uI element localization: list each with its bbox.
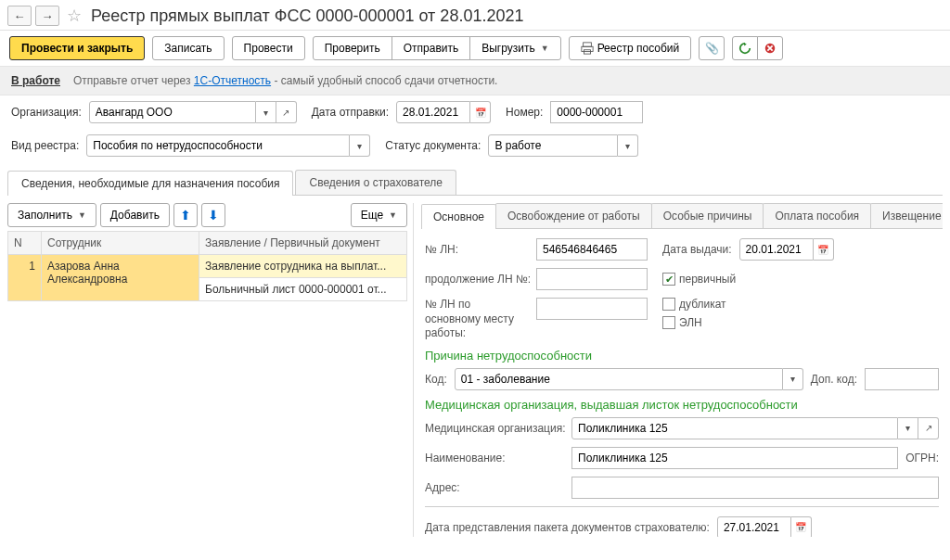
cont-ln-field[interactable] bbox=[536, 268, 648, 290]
main-place-label: № ЛН по основному месту работы: bbox=[425, 298, 529, 341]
col-document: Заявление / Первичный документ bbox=[199, 232, 407, 255]
move-down-button[interactable]: ⬇ bbox=[201, 203, 225, 227]
subtab-special[interactable]: Особые причины bbox=[651, 203, 764, 228]
med-org-header: Медицинская организация, выдавшая листок… bbox=[425, 398, 939, 412]
send-date-field[interactable] bbox=[396, 101, 470, 123]
doc-status-label: Статус документа: bbox=[385, 139, 481, 152]
add-code-label: Доп. код: bbox=[811, 373, 857, 386]
col-employee: Сотрудник bbox=[42, 232, 199, 255]
status-text: Отправьте отчет через 1С-Отчетность - са… bbox=[73, 74, 497, 87]
doc-status-field[interactable] bbox=[488, 134, 618, 157]
med-org-open-icon[interactable]: ↗ bbox=[918, 417, 939, 439]
issue-date-label: Дата выдачи: bbox=[662, 243, 732, 256]
tab-insurer-info[interactable]: Сведения о страхователе bbox=[295, 170, 456, 195]
pack-date-field[interactable] bbox=[717, 516, 791, 537]
send-date-label: Дата отправки: bbox=[312, 106, 389, 119]
addr-field[interactable] bbox=[571, 477, 939, 499]
code-select-icon[interactable]: ▾ bbox=[783, 368, 803, 390]
cancel-button[interactable] bbox=[757, 36, 783, 60]
write-button[interactable]: Записать bbox=[152, 36, 224, 60]
issue-date-field[interactable] bbox=[739, 238, 814, 261]
main-place-field[interactable] bbox=[536, 298, 648, 320]
addr-label: Адрес: bbox=[425, 481, 564, 494]
tab-required-info[interactable]: Сведения, необходимые для назначения пос… bbox=[7, 171, 293, 196]
ln-field[interactable] bbox=[536, 238, 648, 261]
employees-table: N Сотрудник Заявление / Первичный докуме… bbox=[7, 231, 407, 301]
print-icon bbox=[581, 42, 594, 55]
med-org-label: Медицинская организация: bbox=[425, 422, 564, 435]
status-label[interactable]: В работе bbox=[11, 74, 60, 87]
chevron-down-icon: ▼ bbox=[541, 44, 549, 53]
refresh-button[interactable] bbox=[732, 36, 758, 60]
chevron-down-icon: ▼ bbox=[389, 210, 397, 220]
org-field[interactable] bbox=[89, 101, 256, 123]
calendar-icon[interactable]: 📅 bbox=[470, 101, 491, 123]
number-label: Номер: bbox=[506, 106, 543, 119]
cont-ln-label: продолжение ЛН №: bbox=[425, 273, 529, 286]
calendar-icon[interactable]: 📅 bbox=[814, 238, 834, 261]
reporting-link[interactable]: 1С-Отчетность bbox=[194, 74, 271, 87]
more-button[interactable]: Еще ▼ bbox=[351, 203, 407, 227]
ln-label: № ЛН: bbox=[425, 243, 529, 256]
subtab-payment[interactable]: Оплата пособия bbox=[763, 203, 871, 228]
close-icon bbox=[764, 42, 777, 55]
reg-type-field[interactable] bbox=[86, 134, 350, 157]
reg-type-select-icon[interactable]: ▾ bbox=[350, 134, 370, 157]
org-select-icon[interactable]: ▾ bbox=[256, 101, 276, 123]
med-org-field[interactable] bbox=[571, 417, 898, 439]
add-code-field[interactable] bbox=[865, 368, 939, 390]
org-open-icon[interactable]: ↗ bbox=[276, 101, 297, 123]
back-button[interactable]: ← bbox=[7, 6, 32, 26]
reg-type-label: Вид реестра: bbox=[11, 139, 79, 152]
number-field[interactable] bbox=[550, 101, 643, 123]
paperclip-icon: 📎 bbox=[705, 42, 719, 55]
doc-status-select-icon[interactable]: ▾ bbox=[618, 134, 638, 157]
post-button[interactable]: Провести bbox=[232, 36, 305, 60]
checkbox-icon bbox=[662, 298, 675, 311]
check-button[interactable]: Проверить bbox=[313, 36, 392, 60]
post-and-close-button[interactable]: Провести и закрыть bbox=[9, 36, 145, 60]
reason-header: Причина нетрудоспособности bbox=[425, 349, 939, 363]
subtab-release[interactable]: Освобождение от работы bbox=[495, 203, 652, 228]
add-button[interactable]: Добавить bbox=[100, 203, 170, 227]
code-label: Код: bbox=[425, 373, 447, 386]
subtab-fss-notice[interactable]: Извещение из ФСС / От bbox=[870, 203, 943, 228]
refresh-icon bbox=[738, 42, 751, 55]
org-label: Организация: bbox=[11, 106, 82, 119]
svg-rect-1 bbox=[582, 46, 593, 51]
name-label: Наименование: bbox=[425, 452, 564, 465]
checkbox-icon: ✔ bbox=[662, 273, 675, 286]
page-title: Реестр прямых выплат ФСС 0000-000001 от … bbox=[91, 6, 523, 26]
checkbox-icon bbox=[662, 316, 675, 329]
move-up-button[interactable]: ⬆ bbox=[173, 203, 198, 227]
fill-button[interactable]: Заполнить ▼ bbox=[7, 203, 96, 227]
arrow-up-icon: ⬆ bbox=[180, 208, 191, 223]
col-n: N bbox=[8, 232, 42, 255]
pack-date-label: Дата представления пакета документов стр… bbox=[425, 521, 710, 534]
registry-button[interactable]: Реестр пособий bbox=[569, 36, 692, 60]
calendar-icon[interactable]: 📅 bbox=[791, 516, 812, 537]
send-button[interactable]: Отправить bbox=[392, 36, 471, 60]
med-org-select-icon[interactable]: ▾ bbox=[898, 417, 918, 439]
export-button[interactable]: Выгрузить ▼ bbox=[469, 36, 560, 60]
forward-button[interactable]: → bbox=[35, 6, 59, 26]
ogrn-label: ОГРН: bbox=[905, 452, 939, 465]
code-field[interactable] bbox=[455, 368, 783, 390]
attach-button[interactable]: 📎 bbox=[699, 36, 725, 60]
arrow-down-icon: ⬇ bbox=[208, 208, 219, 223]
primary-checkbox[interactable]: ✔ первичный bbox=[662, 273, 736, 286]
name-field[interactable] bbox=[571, 447, 898, 469]
chevron-down-icon: ▼ bbox=[78, 210, 86, 220]
duplicate-checkbox[interactable]: дубликат bbox=[662, 298, 726, 311]
eln-checkbox[interactable]: ЭЛН bbox=[662, 316, 726, 329]
star-icon[interactable]: ☆ bbox=[65, 6, 83, 25]
table-row[interactable]: 1 Азарова Анна Александровна Заявление с… bbox=[8, 255, 407, 278]
subtab-main[interactable]: Основное bbox=[421, 204, 496, 229]
svg-rect-0 bbox=[583, 43, 591, 46]
